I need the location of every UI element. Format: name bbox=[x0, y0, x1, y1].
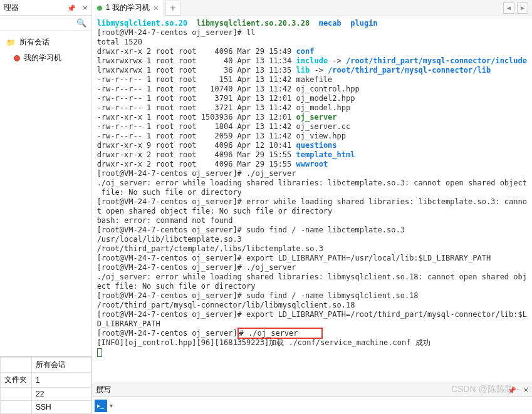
term-text: -> bbox=[310, 66, 328, 75]
terminal-cursor bbox=[97, 348, 102, 357]
term-text: drwxr-xr-x 2 root root 4096 Mar 29 15:49 bbox=[97, 47, 296, 56]
term-text: [root@VM-24-7-centos oj_server] bbox=[97, 329, 237, 338]
tree-label: 我的学习机 bbox=[24, 53, 61, 63]
term-text: -rwxr-xr-x 1 root root 1503936 Apr 13 12… bbox=[97, 113, 296, 122]
term-text: include bbox=[296, 56, 328, 65]
term-text: /root/third_part/mysql-connector/lib bbox=[328, 66, 491, 75]
term-text: [root@VM-24-7-centos oj_server]# error w… bbox=[97, 197, 527, 206]
term-text: /root/third_part/mysql-connector/include bbox=[346, 56, 527, 65]
term-text: libmysqlclient.so.20 bbox=[97, 19, 188, 28]
tree-label: 所有会话 bbox=[19, 37, 50, 48]
nav-right-button[interactable]: ► bbox=[517, 3, 528, 14]
term-text: D_LIBRARY_PATH bbox=[97, 319, 160, 328]
nav-left-button[interactable]: ◄ bbox=[503, 3, 514, 14]
term-text: drwxr-xr-x 2 root root 4096 Mar 29 15:55 bbox=[97, 150, 296, 159]
tab-label: 1 我的学习机 bbox=[106, 3, 150, 13]
session-tree: 📁 所有会话 我的学习机 bbox=[0, 31, 91, 356]
cell-label bbox=[1, 401, 32, 414]
term-text: [INFO][oj_control.hpp][96][1681359223]加载… bbox=[97, 338, 430, 347]
compose-label: 撰写 bbox=[96, 385, 111, 395]
term-text: ./oj_server: error while loading shared … bbox=[97, 179, 527, 187]
term-text: [root@VM-24-7-centos oj_server]# ll bbox=[97, 28, 256, 37]
term-text: /usr/local/lib/libctemplate.so.3 bbox=[97, 235, 242, 244]
term-text: /root/third_part/ctemplate/.libs/libctem… bbox=[97, 244, 323, 253]
session-status-icon bbox=[14, 55, 20, 61]
tab-add-button[interactable]: + bbox=[165, 1, 180, 16]
term-text: [root@VM-24-7-centos oj_server]# ./oj_se… bbox=[97, 169, 296, 178]
term-text: wwwroot bbox=[296, 160, 328, 168]
term-text: -rw-r--r-- 1 root root 151 Apr 13 11:42 … bbox=[97, 75, 333, 84]
panel-title: 理器 bbox=[4, 3, 19, 13]
table-row: 所有会话 bbox=[1, 358, 91, 373]
term-text: # ./oj_server bbox=[239, 329, 298, 338]
term-text: -rw-r--r-- 1 root root 1804 Apr 13 11:42… bbox=[97, 122, 351, 131]
term-text: libmysqlclient.so.20.3.28 bbox=[197, 19, 310, 28]
term-text: questions bbox=[296, 141, 337, 150]
compose-header: 撰写 📌 × bbox=[92, 383, 532, 396]
term-text: -rw-r--r-- 1 root root 10740 Apr 13 11:4… bbox=[97, 85, 360, 93]
highlighted-command: # ./oj_server bbox=[237, 328, 323, 339]
term-text: file: No such file or directory bbox=[97, 188, 242, 197]
term-text: oj_server bbox=[296, 113, 337, 122]
table-row: 22 bbox=[1, 388, 91, 401]
table-row: 文件夹1 bbox=[1, 373, 91, 388]
all-sessions-node[interactable]: 📁 所有会话 bbox=[3, 34, 89, 50]
term-text: total 1520 bbox=[97, 38, 142, 46]
panel-header: 理器 📌 × bbox=[0, 0, 91, 16]
col-header: 所有会话 bbox=[32, 358, 91, 373]
pin-icon[interactable]: 📌 bbox=[508, 386, 516, 394]
cell-value: 22 bbox=[32, 388, 91, 401]
term-text: lrwxrwxrwx 1 root root 36 Apr 13 11:35 bbox=[97, 66, 296, 75]
compose-area: ▸_ ▾ bbox=[92, 396, 532, 414]
table-row: SSH bbox=[1, 401, 91, 414]
compose-input[interactable] bbox=[115, 401, 529, 410]
term-text: drwxr-xr-x 2 root root 4096 Mar 29 15:55 bbox=[97, 160, 296, 168]
pin-icon[interactable]: 📌 bbox=[67, 4, 76, 12]
terminal-output[interactable]: libmysqlclient.so.20 libmysqlclient.so.2… bbox=[92, 16, 532, 383]
term-text: mecab bbox=[319, 19, 342, 28]
term-text: [root@VM-24-7-centos oj_server]# export … bbox=[97, 310, 527, 319]
term-text: [root@VM-24-7-centos oj_server]# sudo fi… bbox=[97, 225, 405, 234]
search-row: 🔍 bbox=[0, 16, 91, 31]
term-text: -rw-r--r-- 1 root root 3721 Apr 13 11:42… bbox=[97, 103, 351, 112]
cell-value: 1 bbox=[32, 373, 91, 388]
close-icon[interactable]: × bbox=[83, 3, 88, 13]
tab-active[interactable]: 1 我的学习机 × bbox=[92, 0, 164, 16]
compose-terminal-icon[interactable]: ▸_ bbox=[95, 400, 107, 412]
term-text: conf bbox=[296, 47, 315, 56]
term-text: t open shared object file: No such file … bbox=[97, 207, 333, 215]
term-text: -rw-r--r-- 1 root root 2059 Apr 13 11:42… bbox=[97, 132, 346, 140]
tab-close-icon[interactable]: × bbox=[154, 3, 159, 13]
close-icon[interactable]: × bbox=[523, 385, 528, 395]
term-text: lib bbox=[296, 66, 310, 75]
session-node[interactable]: 我的学习机 bbox=[3, 50, 89, 66]
folder-icon: 📁 bbox=[6, 38, 16, 47]
chevron-down-icon[interactable]: ▾ bbox=[110, 402, 113, 409]
term-text: -> bbox=[328, 56, 346, 65]
cell-label: 文件夹 bbox=[1, 373, 32, 388]
term-text: drwxr-xr-x 9 root root 4096 Apr 12 10:41 bbox=[97, 141, 296, 150]
term-text: [root@VM-24-7-centos oj_server]# export … bbox=[97, 254, 491, 262]
term-text: bash: error: command not found bbox=[97, 216, 233, 225]
term-text: ect file: No such file or directory bbox=[97, 282, 256, 291]
session-info-table: 所有会话 文件夹1 22 SSH bbox=[0, 356, 91, 414]
term-text: ./oj_server: error while loading shared … bbox=[97, 272, 527, 281]
session-manager-panel: 理器 📌 × 🔍 📁 所有会话 我的学习机 所有会话 文件夹1 22 bbox=[0, 0, 92, 414]
term-text: -rw-r--r-- 1 root root 3791 Apr 13 12:01… bbox=[97, 94, 355, 103]
terminal-panel: 1 我的学习机 × + ◄ ► libmysqlclient.so.20 lib… bbox=[92, 0, 532, 414]
term-text: plugin bbox=[350, 19, 377, 28]
term-text: lrwxrwxrwx 1 root root 40 Apr 13 11:34 bbox=[97, 56, 296, 65]
tab-status-icon bbox=[97, 6, 102, 11]
term-text: template_html bbox=[296, 150, 355, 159]
term-text: [root@VM-24-7-centos oj_server]# ./oj_se… bbox=[97, 263, 296, 272]
cell-value: SSH bbox=[32, 401, 91, 414]
term-text: [root@VM-24-7-centos oj_server]# sudo fi… bbox=[97, 291, 419, 300]
tab-bar: 1 我的学习机 × + ◄ ► bbox=[92, 0, 532, 16]
term-text: /root/third_part/mysql-connector/lib/lib… bbox=[97, 301, 355, 309]
search-icon[interactable]: 🔍 bbox=[76, 18, 86, 28]
cell-label bbox=[1, 388, 32, 401]
